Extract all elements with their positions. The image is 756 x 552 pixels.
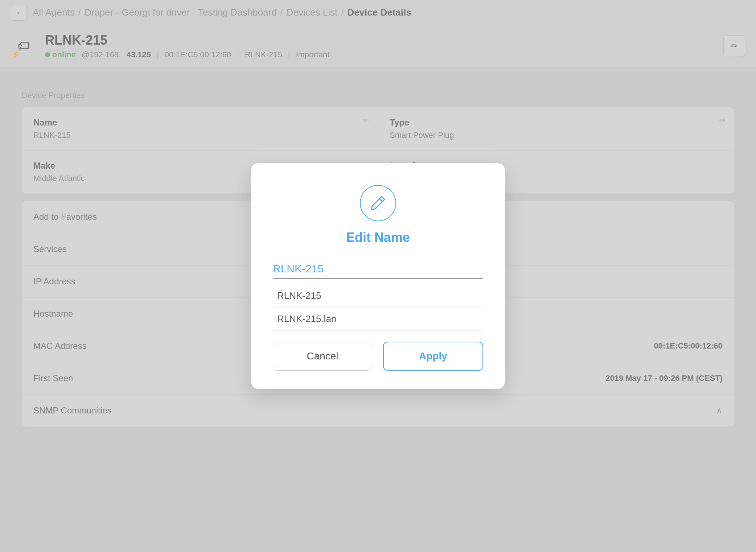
modal-icon-circle xyxy=(360,185,396,221)
modal-buttons: Cancel Apply xyxy=(273,342,483,371)
edit-pen-icon xyxy=(369,194,387,212)
suggestion-1[interactable]: RLNK-215 xyxy=(273,284,483,308)
modal-overlay: Edit Name RLNK-215 RLNK-215.lan Cancel A… xyxy=(0,0,756,552)
apply-button[interactable]: Apply xyxy=(383,342,483,371)
modal-title: Edit Name xyxy=(346,230,410,245)
cancel-button[interactable]: Cancel xyxy=(273,342,372,371)
edit-name-input[interactable] xyxy=(273,260,483,279)
suggestion-2[interactable]: RLNK-215.lan xyxy=(273,308,483,331)
edit-name-modal: Edit Name RLNK-215 RLNK-215.lan Cancel A… xyxy=(251,163,505,389)
